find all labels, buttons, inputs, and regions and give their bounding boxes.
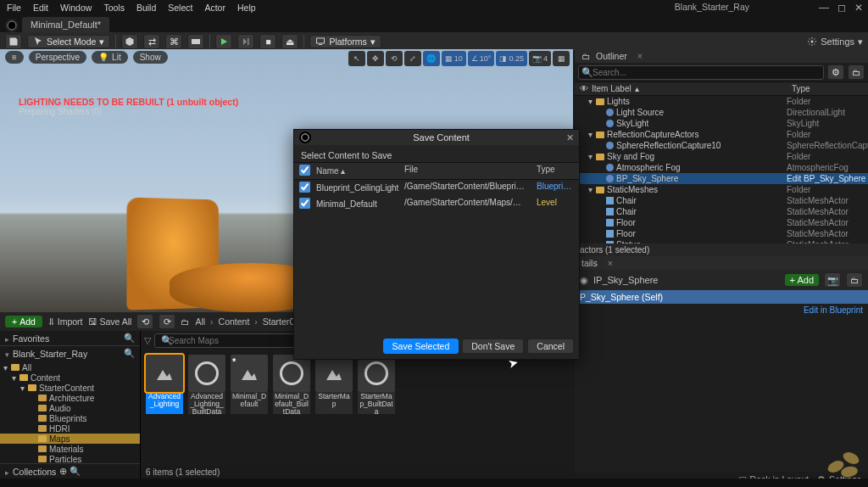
grid-snap-toggle[interactable]: ▦10 bbox=[442, 51, 466, 66]
select-mode-button[interactable]: Select Mode ▾ bbox=[27, 35, 110, 48]
outliner-row[interactable]: FloorStaticMeshActor bbox=[575, 228, 868, 239]
viewport-lit-button[interactable]: 💡Lit bbox=[92, 51, 128, 64]
transform-rotate-icon[interactable]: ⟲ bbox=[386, 51, 403, 66]
outliner-row[interactable]: SphereReflectionCapture10SphereReflectio… bbox=[575, 140, 868, 151]
asset-tile[interactable]: Minimal_Default_BuiltData bbox=[273, 355, 310, 414]
outliner-col-item[interactable]: Item Label bbox=[592, 84, 632, 93]
dialog-row-checkbox[interactable] bbox=[299, 198, 310, 209]
details-add-button[interactable]: + Add bbox=[785, 274, 819, 286]
outliner-search-input[interactable] bbox=[578, 65, 824, 80]
content-add-button[interactable]: + Add bbox=[5, 316, 42, 327]
crumb-all[interactable]: All bbox=[195, 316, 205, 327]
details-locate-button[interactable]: 🗀 bbox=[846, 272, 863, 288]
angle-snap-toggle[interactable]: ∠10° bbox=[468, 51, 495, 66]
history-back-button[interactable]: ⟲ bbox=[136, 314, 153, 329]
dialog-col-file[interactable]: File bbox=[399, 165, 531, 177]
save-button[interactable] bbox=[5, 34, 22, 49]
add-content-button[interactable] bbox=[121, 34, 138, 49]
source-tree-row[interactable]: Audio bbox=[0, 403, 140, 413]
skip-button[interactable] bbox=[237, 34, 254, 49]
blueprints-button[interactable]: ⌘ bbox=[165, 34, 182, 49]
dialog-check-all[interactable] bbox=[299, 165, 310, 176]
search-icon[interactable]: 🔍 bbox=[124, 348, 135, 359]
details-tab[interactable]: tails bbox=[581, 258, 598, 268]
source-tree-row[interactable]: Maps bbox=[0, 434, 140, 444]
cancel-button[interactable]: Cancel bbox=[527, 339, 574, 354]
outliner-new-folder-button[interactable]: 🗀 bbox=[848, 64, 865, 80]
outliner-row[interactable]: ▾StaticMeshesFolder bbox=[575, 184, 868, 195]
window-minimize-icon[interactable]: — bbox=[819, 2, 829, 14]
favorites-label[interactable]: Favorites bbox=[13, 333, 49, 344]
dialog-row[interactable]: Minimal_Default/Game/StarterContent/Maps… bbox=[294, 196, 579, 212]
dialog-row-checkbox[interactable] bbox=[299, 182, 310, 193]
collections-label[interactable]: Collections bbox=[13, 467, 56, 477]
chevron-down-icon[interactable] bbox=[5, 349, 9, 359]
outliner-row[interactable]: Light SourceDirectionalLight bbox=[575, 107, 868, 118]
eject-button[interactable]: ⏏ bbox=[281, 34, 298, 49]
content-import-button[interactable]: ⥥ Import bbox=[47, 316, 83, 327]
outliner-row[interactable]: FloorStaticMeshActor bbox=[575, 217, 868, 228]
outliner-tab[interactable]: Outliner bbox=[596, 51, 627, 61]
source-tree-row[interactable]: ▾Content bbox=[0, 372, 140, 383]
history-fwd-button[interactable]: ⟳ bbox=[159, 314, 175, 329]
dialog-col-name[interactable]: Name bbox=[316, 166, 339, 176]
scale-snap-toggle[interactable]: ◨0.25 bbox=[496, 51, 527, 66]
outliner-row[interactable]: ▾LightsFolder bbox=[575, 96, 868, 107]
asset-tile[interactable]: Advanced_Lighting bbox=[146, 355, 183, 414]
menu-tools[interactable]: Tools bbox=[103, 3, 125, 13]
edit-in-blueprint-link[interactable]: Edit in Blueprint bbox=[575, 304, 868, 316]
source-tree-row[interactable]: Blueprints bbox=[0, 413, 140, 423]
camera-speed[interactable]: 📷4 bbox=[529, 51, 551, 66]
asset-tile[interactable]: *Minimal_Default bbox=[231, 355, 268, 414]
transform-select-icon[interactable]: ↖ bbox=[348, 51, 365, 66]
details-self-row[interactable]: P_Sky_Sphere (Self) bbox=[575, 290, 868, 304]
crumb-content[interactable]: Content bbox=[219, 316, 250, 327]
dialog-col-type[interactable]: Type bbox=[531, 165, 579, 177]
menu-file[interactable]: File bbox=[7, 3, 21, 13]
details-browse-button[interactable]: 📷 bbox=[824, 272, 841, 288]
outliner-filter-button[interactable]: ⚙ bbox=[827, 64, 844, 80]
viewport-maximize-icon[interactable]: ▦ bbox=[553, 51, 570, 66]
window-close-icon[interactable]: ✕ bbox=[854, 2, 863, 14]
close-icon[interactable]: × bbox=[608, 258, 613, 268]
viewport-show-button[interactable]: Show bbox=[133, 51, 168, 64]
document-tab[interactable]: Minimal_Default* bbox=[22, 17, 109, 32]
viewport-menu-button[interactable]: ≡ bbox=[5, 51, 24, 64]
transform-translate-icon[interactable]: ✥ bbox=[367, 51, 384, 66]
asset-tile[interactable]: StarterMap_BuiltData bbox=[358, 355, 395, 414]
play-button[interactable] bbox=[215, 34, 232, 49]
cinematics-button[interactable] bbox=[187, 34, 204, 49]
transform-scale-icon[interactable]: ⤢ bbox=[404, 51, 421, 66]
outliner-row[interactable]: ▾ReflectionCaptureActorsFolder bbox=[575, 129, 868, 140]
dialog-close-icon[interactable]: ✕ bbox=[566, 132, 574, 143]
content-save-all-button[interactable]: 🖫 Save All bbox=[88, 316, 132, 327]
outliner-row[interactable]: BP_Sky_SphereEdit BP_Sky_Sphere bbox=[575, 173, 868, 184]
asset-tile[interactable]: Advanced_Lighting_BuiltData bbox=[188, 355, 225, 414]
marketplace-button[interactable]: ⇄ bbox=[143, 34, 160, 49]
outliner-col-type[interactable]: Type bbox=[787, 82, 868, 95]
chevron-right-icon[interactable] bbox=[5, 333, 9, 344]
asset-tile[interactable]: StarterMap bbox=[315, 355, 353, 414]
search-icon[interactable]: 🔍 bbox=[124, 333, 135, 344]
stop-button[interactable]: ■ bbox=[259, 34, 276, 49]
coordinate-toggle[interactable]: 🌐 bbox=[423, 51, 440, 66]
filter-icon[interactable]: ▽ bbox=[144, 335, 151, 346]
source-tree-row[interactable]: Materials bbox=[0, 444, 140, 454]
window-maximize-icon[interactable]: ◻ bbox=[837, 2, 846, 14]
outliner-row[interactable]: ChairStaticMeshActor bbox=[575, 206, 868, 217]
source-tree-row[interactable]: ▾StarterContent bbox=[0, 383, 140, 393]
dont-save-button[interactable]: Don't Save bbox=[462, 339, 524, 354]
asset-grid[interactable]: Advanced_LightingAdvanced_Lighting_Built… bbox=[141, 350, 573, 466]
dialog-row[interactable]: Blueprint_CeilingLight/Game/StarterConte… bbox=[294, 180, 579, 196]
outliner-row[interactable]: Atmospheric FogAtmosphericFog bbox=[575, 162, 868, 173]
viewport-perspective-button[interactable]: Perspective bbox=[29, 51, 86, 64]
settings-button[interactable]: Settings bbox=[821, 36, 854, 47]
project-root-label[interactable]: Blank_Starter_Ray bbox=[13, 349, 87, 359]
chevron-right-icon[interactable] bbox=[5, 467, 9, 477]
platforms-button[interactable]: Platforms ▾ bbox=[309, 35, 381, 48]
outliner-row[interactable]: ▾Sky and FogFolder bbox=[575, 151, 868, 162]
outliner-tree[interactable]: ▾LightsFolderLight SourceDirectionalLigh… bbox=[575, 96, 868, 244]
menu-edit[interactable]: Edit bbox=[33, 3, 48, 13]
outliner-row[interactable]: SkyLightSkyLight bbox=[575, 118, 868, 129]
menu-select[interactable]: Select bbox=[168, 3, 192, 13]
